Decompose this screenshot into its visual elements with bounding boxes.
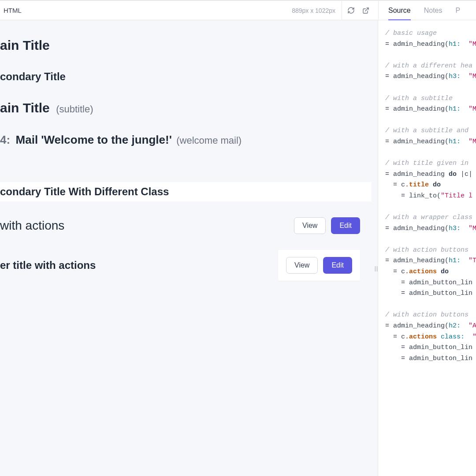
view-button[interactable]: View bbox=[286, 257, 318, 274]
mail-subtitle: (welcome mail) bbox=[176, 135, 242, 146]
tab-params[interactable]: P bbox=[456, 1, 461, 20]
heading-secondary: condary Title bbox=[0, 71, 372, 83]
top-bar: HTML 889px x 1022px Source Notes P bbox=[0, 0, 476, 20]
resize-handle-icon[interactable]: || bbox=[375, 265, 378, 271]
separator bbox=[342, 1, 342, 20]
mail-prefix: 4: bbox=[0, 133, 10, 146]
heading-main-subtitle: ain Title (subtitle) bbox=[0, 100, 372, 115]
toolbar-icons bbox=[342, 1, 372, 20]
tabs: Source Notes P bbox=[378, 1, 476, 20]
heading-text: er title with actions bbox=[0, 259, 96, 271]
refresh-icon[interactable] bbox=[345, 4, 357, 17]
tab-source[interactable]: Source bbox=[388, 1, 411, 20]
top-bar-left: HTML 889px x 1022px bbox=[0, 1, 378, 20]
heading-boxed: condary Title With Different Class bbox=[0, 182, 372, 201]
heading-mail: 4: Mail 'Welcome to the jungle!' (welcom… bbox=[0, 133, 372, 147]
heading-text: ain Title bbox=[0, 100, 50, 115]
heading-with-actions-1: with actions View Edit bbox=[0, 217, 372, 234]
subtitle: (subtitle) bbox=[56, 104, 93, 115]
view-button[interactable]: View bbox=[294, 217, 326, 234]
tab-notes[interactable]: Notes bbox=[424, 1, 443, 20]
open-external-icon[interactable] bbox=[360, 4, 372, 17]
heading-main-1: ain Title bbox=[0, 38, 372, 53]
action-card: View Edit bbox=[278, 250, 360, 281]
heading-text: with actions bbox=[0, 219, 64, 233]
action-buttons: View Edit bbox=[294, 217, 360, 234]
dimensions-label: 889px x 1022px bbox=[292, 7, 335, 14]
svg-line-0 bbox=[365, 8, 368, 11]
heading-with-actions-2: er title with actions View Edit bbox=[0, 250, 372, 281]
format-label: HTML bbox=[4, 7, 22, 14]
heading-boxed-text: condary Title With Different Class bbox=[0, 186, 372, 198]
edit-button[interactable]: Edit bbox=[323, 257, 352, 274]
source-pane[interactable]: / basic usage = admin_heading(h1: "M / w… bbox=[378, 20, 476, 476]
preview-pane: ain Title condary Title ain Title (subti… bbox=[0, 20, 378, 476]
edit-button[interactable]: Edit bbox=[331, 217, 360, 234]
mail-title: Mail 'Welcome to the jungle!' bbox=[16, 133, 172, 146]
main: ain Title condary Title ain Title (subti… bbox=[0, 20, 476, 476]
